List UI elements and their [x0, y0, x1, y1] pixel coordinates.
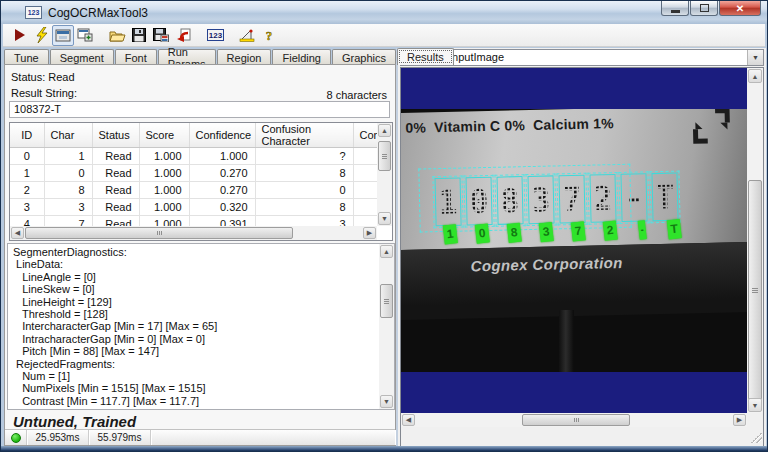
scroll-down-icon[interactable]: ▼ — [378, 212, 391, 225]
tune-measure-button[interactable] — [236, 25, 258, 46]
column-header[interactable]: ID — [10, 123, 44, 148]
scroll-down-icon[interactable]: ▼ — [748, 398, 762, 412]
column-header[interactable]: Confidence — [189, 123, 255, 148]
tab-region[interactable]: Region — [217, 49, 272, 65]
column-header[interactable]: Status — [92, 123, 139, 148]
results-table-body: 01Read1.0001.000?10Read1.0000.270828Read… — [10, 148, 377, 227]
scroll-up-icon[interactable]: ▲ — [378, 124, 391, 137]
recycle-icon — [689, 109, 734, 144]
window-title: CogOCRMaxTool3 — [48, 6, 148, 20]
window-frame — [1, 446, 767, 451]
ocr-char-box: - — [618, 171, 649, 224]
close-button[interactable]: ✕ — [719, 1, 761, 16]
trigger-button[interactable] — [30, 25, 52, 46]
maximize-button[interactable] — [690, 1, 718, 16]
close-icon: ✕ — [736, 3, 744, 14]
image-display-toggle-button[interactable] — [52, 25, 74, 46]
image-selector-dropdown[interactable]: LastRun.InputImage ▼ — [400, 49, 764, 66]
result-string-field[interactable]: 108372-T — [9, 101, 390, 118]
help-button[interactable]: ? — [258, 25, 280, 46]
maximize-icon — [700, 4, 709, 12]
run-status-indicator — [11, 433, 21, 443]
viewer-hscroll-thumb[interactable] — [522, 414, 630, 426]
open-file-button[interactable] — [106, 25, 128, 46]
float-window-button[interactable] — [74, 25, 96, 46]
table-vscrollbar[interactable]: ▲ ▼ — [377, 123, 392, 226]
results-panel: Status: Read Result String: 8 characters… — [4, 64, 396, 446]
read-char-label: 0 — [474, 223, 489, 243]
table-row[interactable]: 28Read1.0000.2700 — [10, 182, 377, 199]
viewer-vscroll-thumb[interactable] — [748, 180, 762, 400]
diagnostics-vscroll-thumb[interactable] — [380, 284, 393, 318]
scroll-right-icon[interactable]: ▶ — [363, 227, 376, 239]
save-icon — [132, 28, 146, 42]
nutrition-text: 0% Vitamin C 0% Calcium 1% — [405, 115, 614, 136]
char-count: 8 characters — [326, 89, 387, 101]
ocr-char-box: T — [649, 171, 680, 224]
scroll-left-icon[interactable]: ◀ — [402, 414, 415, 426]
ocr-char-box: 0 — [463, 175, 494, 228]
svg-text:123: 123 — [208, 31, 222, 40]
tab-font[interactable]: Font — [115, 49, 157, 65]
ocr-char-box: 1 — [432, 176, 463, 229]
tab-fielding[interactable]: Fielding — [272, 49, 331, 65]
run-button[interactable] — [8, 25, 30, 46]
status-label: Status: — [11, 71, 45, 83]
toolbar: 123 ? — [3, 24, 765, 47]
float-window-icon — [77, 28, 93, 42]
reset-button[interactable] — [172, 25, 194, 46]
scroll-left-icon[interactable]: ◀ — [11, 227, 24, 239]
column-header[interactable]: Confusion Character — [255, 123, 353, 148]
table-row[interactable]: 47Read1.0000.3913 — [10, 216, 377, 227]
svg-text:?: ? — [266, 28, 273, 43]
read-char-label: 3 — [538, 222, 553, 242]
status-value: Read — [48, 71, 74, 83]
minimize-button[interactable] — [661, 1, 689, 16]
train-status: Untuned, Trained — [13, 413, 136, 430]
scroll-down-icon[interactable]: ▼ — [380, 395, 393, 408]
column-header[interactable]: Char — [44, 123, 92, 148]
tab-run-params[interactable]: Run Params — [158, 49, 216, 65]
tab-results[interactable]: Results — [397, 48, 454, 65]
result-string-label: Result String: — [11, 87, 77, 99]
reset-icon — [176, 28, 191, 43]
resize-grip[interactable] — [751, 432, 762, 443]
read-char-label: 8 — [506, 223, 521, 243]
image-viewer-canvas[interactable]: 0% Vitamin C 0% Calcium 1% 108372-T 1083… — [401, 68, 748, 413]
scroll-up-icon[interactable]: ▲ — [380, 245, 393, 258]
column-header[interactable]: Score — [139, 123, 189, 148]
table-vscroll-thumb[interactable] — [378, 141, 391, 171]
viewer-vscrollbar[interactable]: ▲ ▼ — [747, 68, 763, 413]
table-row[interactable]: 10Read1.0000.2708 — [10, 165, 377, 182]
tab-tune[interactable]: Tune — [4, 49, 49, 65]
numeric-results-button[interactable]: 123 — [204, 25, 226, 46]
scroll-up-icon[interactable]: ▲ — [748, 69, 762, 83]
brand-text: Cognex Corporation — [470, 254, 623, 274]
read-char-label: 1 — [442, 224, 457, 244]
chevron-down-icon[interactable]: ▼ — [747, 50, 763, 65]
table-row[interactable]: 01Read1.0001.000? — [10, 148, 377, 165]
diagnostics-vscrollbar[interactable]: ▲ ▼ — [379, 244, 394, 409]
numeric-results-icon: 123 — [207, 29, 224, 41]
table-hscroll-thumb[interactable] — [25, 227, 293, 239]
tab-segment[interactable]: Segment — [50, 49, 114, 65]
trigger-icon — [35, 27, 48, 43]
open-folder-icon — [109, 29, 126, 42]
minimize-icon — [671, 10, 680, 13]
save-image-button[interactable] — [150, 25, 172, 46]
ocr-char-box: 3 — [525, 173, 556, 226]
tab-graphics[interactable]: Graphics — [332, 49, 396, 65]
scroll-right-icon[interactable]: ▶ — [733, 414, 746, 426]
table-hscrollbar[interactable]: ◀ ▶ — [10, 226, 377, 240]
product-label: 0% Vitamin C 0% Calcium 1% 108372-T 1083… — [401, 109, 748, 250]
viewer-hscrollbar[interactable]: ◀ ▶ — [401, 413, 747, 427]
ocr-char-box: 8 — [494, 174, 525, 227]
save-image-icon — [153, 28, 169, 42]
column-header[interactable]: Conf — [353, 123, 377, 148]
table-row[interactable]: 33Read1.0000.3208 — [10, 199, 377, 216]
tab-strip: TuneSegmentFontRun ParamsRegionFieldingG… — [4, 48, 396, 65]
save-button[interactable] — [128, 25, 150, 46]
inspection-photo: 0% Vitamin C 0% Calcium 1% 108372-T 1083… — [401, 109, 748, 372]
image-display-toggle-icon — [55, 29, 71, 42]
diagnostics-panel: SegmenterDiagnostics: LineData: LineAngl… — [7, 243, 395, 410]
